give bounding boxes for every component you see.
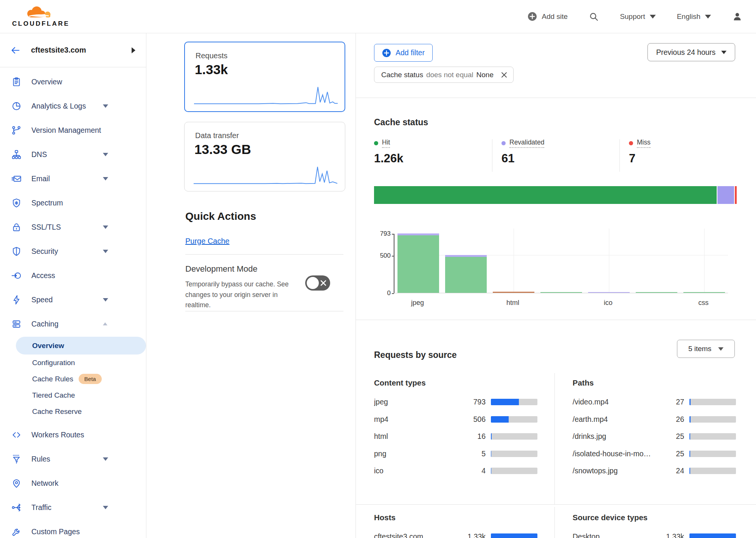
sidebar-item-dns[interactable]: DNS: [0, 142, 146, 166]
sidebar-item-caching-overview[interactable]: Overview: [16, 337, 146, 355]
filter-chip[interactable]: Cache status does not equal None: [374, 67, 514, 83]
divider: [356, 98, 756, 98]
sidebar: cftestsite3.com Overview Analytics & Log…: [0, 33, 146, 538]
bar-jpeg-revalidated: [397, 233, 439, 235]
plus-circle-icon: [528, 12, 537, 21]
metric-label: Requests: [196, 51, 345, 60]
sidebar-item-analytics-logs[interactable]: Analytics & Logs: [0, 94, 146, 118]
development-mode-title: Development Mode: [185, 264, 344, 274]
metric-value: 13.33 GB: [194, 142, 345, 157]
sidebar-item-tiered-cache[interactable]: Tiered Cache: [0, 387, 146, 403]
cloudflare-logo[interactable]: CLOUDFLARE: [12, 5, 70, 28]
lock-icon: [11, 222, 22, 232]
sidebar-item-email[interactable]: Email: [0, 166, 146, 191]
search-icon: [589, 12, 599, 22]
divider: [185, 311, 343, 311]
sidebar-item-caching-configuration[interactable]: Configuration: [0, 355, 146, 371]
sidebar-item-network[interactable]: Network: [0, 471, 146, 495]
metric-value: 1.33k: [195, 62, 345, 77]
item-value: 26: [654, 415, 684, 424]
sidebar-item-ssl-tls[interactable]: SSL/TLS: [0, 215, 146, 239]
y-tick-label: 793: [374, 230, 391, 238]
source-device-types-list: Source device types Desktop1.33k: [573, 513, 736, 538]
back-arrow-icon[interactable]: [11, 45, 20, 55]
requests-by-source-title: Requests by source: [374, 350, 457, 360]
progress-bar: [689, 533, 736, 538]
paths-list: Paths /video.mp427/earth.mp426/drinks.jp…: [573, 378, 736, 480]
sidebar-nav: Overview Analytics & Logs Version Manage…: [0, 67, 146, 538]
item-label: /video.mp4: [573, 398, 654, 406]
divider: [554, 373, 555, 505]
progress-bar: [491, 416, 537, 423]
items-count-dropdown[interactable]: 5 items: [677, 340, 735, 358]
chevron-right-icon[interactable]: [132, 47, 135, 53]
sidebar-item-cache-rules[interactable]: Cache Rules Beta: [0, 371, 146, 387]
list-item: /drinks.jpg25: [573, 428, 736, 445]
sidebar-item-speed[interactable]: Speed: [0, 288, 146, 312]
close-icon[interactable]: [500, 71, 508, 79]
account-menu[interactable]: [732, 11, 742, 22]
logo-wordmark: CLOUDFLARE: [12, 20, 70, 28]
sidebar-item-workers-routes[interactable]: Workers Routes: [0, 423, 146, 447]
development-mode-toggle[interactable]: [305, 275, 330, 291]
chevron-down-icon: [103, 104, 108, 108]
server-stack-icon: [11, 319, 22, 329]
item-label: /snowtops.jpg: [573, 466, 654, 475]
sidebar-item-custom-pages[interactable]: Custom Pages: [0, 519, 146, 538]
hierarchy-icon: [11, 149, 22, 160]
bar-txt-hit: [636, 292, 677, 293]
sidebar-item-access[interactable]: Access: [0, 263, 146, 288]
sidebar-item-cache-reserve[interactable]: Cache Reserve: [0, 403, 146, 420]
sidebar-item-security[interactable]: Security: [0, 239, 146, 263]
language-menu[interactable]: English: [677, 12, 711, 21]
sidebar-item-version-management[interactable]: Version Management: [0, 118, 146, 142]
sidebar-item-spectrum[interactable]: Spectrum: [0, 191, 146, 215]
wrench-icon: [11, 527, 22, 537]
x-tick-label: jpeg: [411, 299, 424, 307]
data-transfer-metric-card[interactable]: Data transfer 13.33 GB: [184, 122, 345, 191]
quick-actions-title: Quick Actions: [185, 210, 256, 222]
list-item: ico4: [374, 462, 537, 480]
add-filter-button[interactable]: Add filter: [374, 44, 433, 62]
search-button[interactable]: [589, 12, 599, 22]
site-switcher[interactable]: cftestsite3.com: [0, 33, 146, 67]
sidebar-item-overview[interactable]: Overview: [0, 70, 146, 94]
shield-spark-icon: [11, 198, 22, 208]
item-value: 25: [654, 432, 684, 441]
chevron-down-icon: [103, 298, 108, 302]
item-label: cftestsite3.com: [374, 532, 455, 538]
stat-hit: Hit 1.26k: [374, 138, 404, 165]
time-range-dropdown[interactable]: Previous 24 hours: [647, 43, 735, 61]
sidebar-item-traffic[interactable]: Traffic: [0, 495, 146, 519]
ratio-segment-miss: [735, 186, 737, 204]
y-tick-label: 0: [374, 289, 391, 297]
x-tick-label: css: [699, 299, 709, 307]
progress-bar: [491, 399, 537, 405]
analytics-panel: Add filter Previous 24 hours Cache statu…: [355, 33, 756, 538]
cache-status-bar-chart: 7935000 jpeghtmlicocss: [374, 234, 736, 309]
sidebar-item-caching[interactable]: Caching: [0, 312, 146, 336]
chevron-down-icon: [103, 506, 108, 509]
item-value: 793: [455, 398, 486, 406]
chevron-down-icon: [103, 153, 108, 156]
bar-png-hit: [540, 292, 582, 293]
support-menu[interactable]: Support: [620, 12, 656, 21]
requests-metric-card[interactable]: Requests 1.33k: [184, 42, 345, 112]
item-value: 1.33k: [455, 532, 486, 538]
item-label: html: [374, 432, 455, 441]
divider: [492, 139, 492, 172]
item-value: 5: [455, 449, 486, 458]
sidebar-item-rules[interactable]: Rules: [0, 447, 146, 471]
item-label: /earth.mp4: [573, 415, 654, 424]
progress-bar: [689, 399, 736, 405]
stat-revalidated: Revalidated 61: [501, 138, 544, 165]
item-label: Desktop: [573, 532, 654, 538]
add-site-button[interactable]: Add site: [528, 12, 568, 21]
progress-bar: [491, 533, 537, 538]
shield-icon: [11, 246, 22, 257]
chevron-down-icon: [103, 225, 108, 229]
purge-cache-link[interactable]: Purge Cache: [185, 237, 230, 246]
hosts-list: Hosts cftestsite3.com1.33k: [374, 513, 537, 538]
chevron-up-icon: [103, 322, 107, 325]
progress-bar: [491, 468, 537, 474]
